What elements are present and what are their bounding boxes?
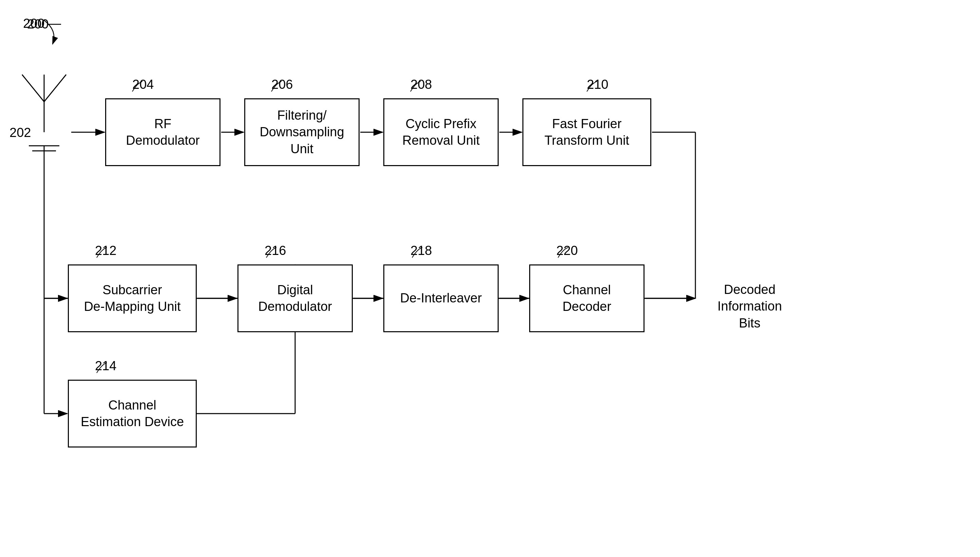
ref-num-202: 202 — [10, 125, 31, 140]
diagram-container: 200 — [0, 0, 980, 557]
ref-204: 204 — [132, 77, 154, 92]
ref-220: 220 — [556, 243, 578, 258]
filtering-block: Filtering/DownsamplingUnit — [244, 98, 360, 166]
channel-estimation-block: ChannelEstimation Device — [68, 380, 197, 448]
ref-num-200: 200 — — [23, 16, 61, 31]
digital-demodulator-block: DigitalDemodulator — [238, 264, 353, 332]
output-label: Decoded InformationBits — [699, 282, 801, 332]
ref-206: 206 — [271, 77, 293, 92]
subcarrier-demapping-block: SubcarrierDe-Mapping Unit — [68, 264, 197, 332]
ref-214: 214 — [95, 359, 116, 373]
ref-212: 212 — [95, 243, 116, 258]
fft-block: Fast FourierTransform Unit — [522, 98, 651, 166]
ref-218: 218 — [411, 243, 432, 258]
svg-line-3 — [44, 75, 66, 102]
rf-demodulator-block: RFDemodulator — [105, 98, 220, 166]
svg-line-2 — [22, 75, 44, 102]
ref-216: 216 — [264, 243, 286, 258]
channel-decoder-block: ChannelDecoder — [529, 264, 644, 332]
ref-210: 210 — [587, 77, 608, 92]
ref-208: 208 — [411, 77, 432, 92]
cyclic-prefix-block: Cyclic PrefixRemoval Unit — [383, 98, 499, 166]
de-interleaver-block: De-Interleaver — [383, 264, 499, 332]
